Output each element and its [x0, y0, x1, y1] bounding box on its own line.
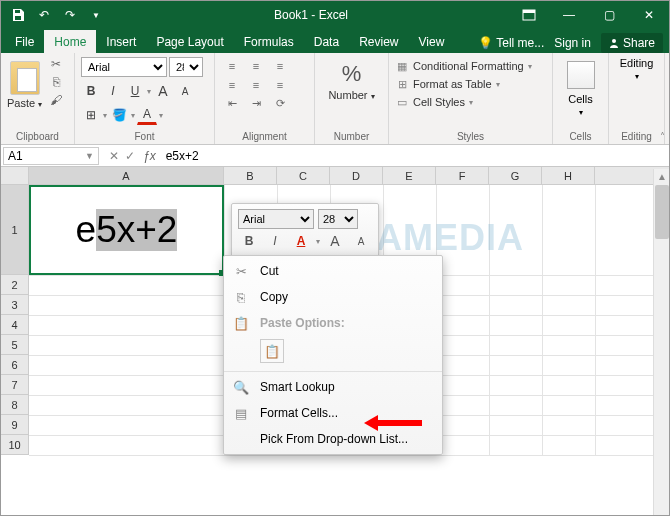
align-bottom-icon[interactable]: ≡ [269, 57, 291, 74]
format-as-table-button[interactable]: ⊞Format as Table ▾ [395, 75, 546, 93]
col-header-G[interactable]: G [489, 167, 542, 184]
row-headers: 1 2 3 4 5 6 7 8 9 10 [1, 185, 29, 455]
decrease-indent-icon[interactable]: ⇤ [221, 95, 243, 112]
underline-button[interactable]: U [125, 81, 145, 101]
mini-shrink-font-icon[interactable]: A [350, 231, 372, 251]
row-header-4[interactable]: 4 [1, 315, 29, 335]
tab-view[interactable]: View [409, 30, 455, 53]
mini-bold-button[interactable]: B [238, 231, 260, 251]
col-header-F[interactable]: F [436, 167, 489, 184]
close-icon[interactable]: ✕ [629, 1, 669, 29]
vertical-scrollbar[interactable]: ▲ [653, 169, 669, 515]
cells-button[interactable]: Cells▾ [559, 93, 602, 117]
save-icon[interactable] [9, 6, 27, 24]
col-header-D[interactable]: D [330, 167, 383, 184]
borders-button[interactable]: ⊞ [81, 105, 101, 125]
fill-color-button[interactable]: 🪣 [109, 105, 129, 125]
scroll-up-icon[interactable]: ▲ [657, 171, 667, 182]
bold-button[interactable]: B [81, 81, 101, 101]
col-header-C[interactable]: C [277, 167, 330, 184]
cells-icon[interactable] [567, 61, 595, 89]
increase-font-icon[interactable]: A [153, 81, 173, 101]
align-top-icon[interactable]: ≡ [221, 57, 243, 74]
ribbon-display-icon[interactable] [509, 1, 549, 29]
row-header-2[interactable]: 2 [1, 275, 29, 295]
menu-cut[interactable]: ✂ Cut [224, 258, 442, 284]
scroll-thumb[interactable] [655, 185, 669, 239]
tab-page-layout[interactable]: Page Layout [146, 30, 233, 53]
decrease-font-icon[interactable]: A [175, 81, 195, 101]
align-left-icon[interactable]: ≡ [221, 76, 243, 93]
editing-label: Editing [615, 131, 658, 142]
percent-icon[interactable]: % [321, 61, 382, 87]
font-size-select[interactable]: 28 [169, 57, 203, 77]
collapse-ribbon-icon[interactable]: ˄ [660, 131, 665, 142]
enter-icon[interactable]: ✓ [125, 149, 135, 163]
tab-file[interactable]: File [5, 30, 44, 53]
number-label: Number [321, 131, 382, 142]
minimize-icon[interactable]: — [549, 1, 589, 29]
mini-grow-font-icon[interactable]: A [324, 231, 346, 251]
tab-formulas[interactable]: Formulas [234, 30, 304, 53]
mini-size-select[interactable]: 28 [318, 209, 358, 229]
tell-me[interactable]: 💡 Tell me... [478, 36, 544, 50]
tab-data[interactable]: Data [304, 30, 349, 53]
align-right-icon[interactable]: ≡ [269, 76, 291, 93]
menu-copy[interactable]: ⎘ Copy [224, 284, 442, 310]
cell-styles-button[interactable]: ▭Cell Styles ▾ [395, 93, 546, 111]
conditional-formatting-button[interactable]: ▦Conditional Formatting ▾ [395, 57, 546, 75]
font-name-select[interactable]: Arial [81, 57, 167, 77]
cells-label: Cells [559, 131, 602, 142]
cell-A1[interactable]: e5x+2 [29, 185, 224, 275]
fx-icon[interactable]: ƒx [143, 149, 156, 163]
row-header-9[interactable]: 9 [1, 415, 29, 435]
font-color-button[interactable]: A [137, 105, 157, 125]
editing-group: Editing▾ Editing [609, 53, 665, 144]
tab-home[interactable]: Home [44, 30, 96, 53]
align-middle-icon[interactable]: ≡ [245, 57, 267, 74]
orientation-icon[interactable]: ⟳ [269, 95, 291, 112]
row-header-1[interactable]: 1 [1, 185, 29, 275]
col-header-A[interactable]: A [29, 167, 224, 184]
row-header-8[interactable]: 8 [1, 395, 29, 415]
col-header-E[interactable]: E [383, 167, 436, 184]
name-box[interactable]: A1▼ [3, 147, 99, 165]
mini-font-color-button[interactable]: A [290, 231, 312, 251]
format-painter-icon[interactable]: 🖌 [48, 93, 64, 107]
align-center-icon[interactable]: ≡ [245, 76, 267, 93]
mini-toolbar: Arial 28 B I A ▾ A A [231, 203, 379, 257]
increase-indent-icon[interactable]: ⇥ [245, 95, 267, 112]
row-header-10[interactable]: 10 [1, 435, 29, 455]
italic-button[interactable]: I [103, 81, 123, 101]
sign-in[interactable]: Sign in [554, 36, 591, 50]
tab-review[interactable]: Review [349, 30, 408, 53]
svg-rect-3 [523, 10, 535, 13]
menu-smart-lookup[interactable]: 🔍 Smart Lookup [224, 374, 442, 400]
share-button[interactable]: Share [601, 33, 663, 53]
editing-button[interactable]: Editing▾ [615, 57, 658, 81]
row-header-7[interactable]: 7 [1, 375, 29, 395]
col-header-H[interactable]: H [542, 167, 595, 184]
paste-button[interactable]: Paste ▾ [7, 57, 42, 131]
mini-font-select[interactable]: Arial [238, 209, 314, 229]
cancel-icon[interactable]: ✕ [109, 149, 119, 163]
copy-icon[interactable]: ⎘ [48, 75, 64, 89]
col-header-B[interactable]: B [224, 167, 277, 184]
row-header-5[interactable]: 5 [1, 335, 29, 355]
formula-bar: A1▼ ✕ ✓ ƒx e5x+2 [1, 145, 669, 167]
redo-icon[interactable]: ↷ [61, 6, 79, 24]
row-header-3[interactable]: 3 [1, 295, 29, 315]
font-group: Arial 28 B I U ▾ A A ⊞ ▾ 🪣 ▾ A ▾ Font [75, 53, 215, 144]
qat-customize-icon[interactable]: ▼ [87, 6, 105, 24]
cut-icon[interactable]: ✂ [48, 57, 64, 71]
mini-italic-button[interactable]: I [264, 231, 286, 251]
undo-icon[interactable]: ↶ [35, 6, 53, 24]
clipboard-group: Paste ▾ ✂ ⎘ 🖌 Clipboard [1, 53, 75, 144]
number-format-button[interactable]: Number ▾ [321, 89, 382, 101]
formula-input[interactable]: e5x+2 [162, 148, 669, 164]
maximize-icon[interactable]: ▢ [589, 1, 629, 29]
row-header-6[interactable]: 6 [1, 355, 29, 375]
select-all-corner[interactable] [1, 167, 29, 184]
tab-insert[interactable]: Insert [96, 30, 146, 53]
paste-option-icon[interactable]: 📋 [260, 339, 284, 363]
